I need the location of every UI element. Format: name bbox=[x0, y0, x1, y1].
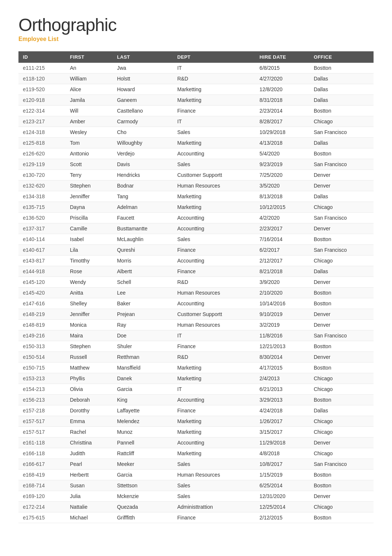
table-cell-hire-date: 2/10/2020 bbox=[255, 288, 309, 298]
table-cell-office: Chicago bbox=[309, 448, 374, 459]
table-row: e135-715DaynaAdelmanMarketting10/12/2015… bbox=[18, 202, 374, 213]
table-cell-last: Munoz bbox=[113, 427, 173, 437]
table-cell-first: Juditth bbox=[66, 448, 113, 459]
table-cell-dept: Accountting bbox=[173, 148, 255, 159]
table-cell-last: Danek bbox=[113, 373, 173, 384]
table-cell-first: Susan bbox=[66, 480, 113, 491]
table-cell-hire-date: 10/12/2015 bbox=[255, 202, 309, 213]
table-cell-last: Garcia bbox=[113, 384, 173, 395]
table-cell-id: e130-720 bbox=[18, 170, 66, 181]
table-cell-hire-date: 8/31/2018 bbox=[255, 95, 309, 106]
table-cell-dept: R&D bbox=[173, 352, 255, 363]
table-header-row: IDFIRSTLASTDEPTHIRE DATEOFFICE bbox=[18, 51, 374, 63]
table-cell-hire-date: 6/2/2017 bbox=[255, 245, 309, 255]
table-cell-first: Christtina bbox=[66, 437, 113, 448]
table-cell-first: Wesley bbox=[66, 127, 113, 138]
table-row: e145-420AnittaLeeHuman Resources2/10/202… bbox=[18, 288, 374, 298]
table-cell-first: Olivia bbox=[66, 384, 113, 395]
table-cell-id: e140-617 bbox=[18, 245, 66, 255]
table-cell-id: e145-120 bbox=[18, 277, 66, 288]
table-cell-office: Bostton bbox=[309, 512, 374, 523]
table-cell-last: Holstt bbox=[113, 73, 173, 84]
table-row: e137-317CamilleBusttamantteAccountting2/… bbox=[18, 223, 374, 234]
table-body: e111-215AnJwaIT6/8/2015Bosttone118-120Wi… bbox=[18, 63, 374, 523]
table-cell-dept: IT bbox=[173, 330, 255, 341]
table-cell-dept: Custtomer Supportt bbox=[173, 309, 255, 320]
table-cell-id: e140-114 bbox=[18, 234, 66, 245]
table-row: e119-520AliceHowardMarketting12/8/2020Da… bbox=[18, 84, 374, 95]
table-cell-hire-date: 7/25/2020 bbox=[255, 170, 309, 181]
table-cell-dept: Finance bbox=[173, 512, 255, 523]
table-cell-first: Russell bbox=[66, 352, 113, 363]
table-cell-office: Chicago bbox=[309, 116, 374, 127]
table-cell-last: Morris bbox=[113, 255, 173, 266]
column-header-last: LAST bbox=[113, 51, 173, 63]
table-cell-id: e118-120 bbox=[18, 73, 66, 84]
table-cell-office: Chicago bbox=[309, 502, 374, 512]
table-row: e149-216MairaDoeIT11/8/2016San Francisco bbox=[18, 330, 374, 341]
table-cell-hire-date: 3/2/2019 bbox=[255, 320, 309, 330]
table-cell-office: Bostton bbox=[309, 395, 374, 405]
table-row: e157-517RachelMunozMarketting3/15/2017Ch… bbox=[18, 427, 374, 437]
table-cell-office: Dallas bbox=[309, 95, 374, 106]
table-cell-last: Retthman bbox=[113, 352, 173, 363]
table-cell-last: Bodnar bbox=[113, 181, 173, 191]
table-cell-first: Sttephen bbox=[66, 181, 113, 191]
table-cell-first: Priscilla bbox=[66, 213, 113, 223]
table-cell-first: Michael bbox=[66, 512, 113, 523]
table-cell-hire-date: 3/15/2017 bbox=[255, 427, 309, 437]
table-row: e147-616ShelleyBakerAccountting10/14/201… bbox=[18, 298, 374, 309]
table-cell-office: Bostton bbox=[309, 148, 374, 159]
table-cell-dept: Human Resources bbox=[173, 181, 255, 191]
table-cell-dept: Marketting bbox=[173, 363, 255, 373]
table-row: e166-617PearlMeekerSales10/8/2017San Fra… bbox=[18, 459, 374, 470]
table-cell-last: Cho bbox=[113, 127, 173, 138]
table-cell-last: Mckenzie bbox=[113, 491, 173, 502]
table-cell-first: Tom bbox=[66, 138, 113, 148]
table-cell-hire-date: 4/13/2018 bbox=[255, 138, 309, 148]
table-cell-last: Prejean bbox=[113, 309, 173, 320]
table-row: e161-118ChristtinaPannellAccountting11/2… bbox=[18, 437, 374, 448]
table-cell-hire-date: 4/27/2020 bbox=[255, 73, 309, 84]
table-cell-dept: IT bbox=[173, 63, 255, 73]
table-cell-first: Anttonio bbox=[66, 148, 113, 159]
table-row: e118-120WilliamHolsttR&D4/27/2020Dallas bbox=[18, 73, 374, 84]
table-cell-last: Melendez bbox=[113, 416, 173, 427]
table-cell-hire-date: 12/8/2020 bbox=[255, 84, 309, 95]
table-cell-last: Jwa bbox=[113, 63, 173, 73]
table-row: e169-120JuliaMckenzieSales12/31/2020Denv… bbox=[18, 491, 374, 502]
table-cell-office: San Francisco bbox=[309, 127, 374, 138]
table-cell-id: e129-119 bbox=[18, 159, 66, 170]
table-cell-hire-date: 2/4/2013 bbox=[255, 373, 309, 384]
table-row: e134-318JennifferTangMarketting8/13/2018… bbox=[18, 191, 374, 202]
table-row: e166-118JuditthRattcliffMarketting4/8/20… bbox=[18, 448, 374, 459]
table-cell-hire-date: 8/21/2018 bbox=[255, 266, 309, 277]
table-cell-first: Shelley bbox=[66, 298, 113, 309]
table-cell-dept: Accountting bbox=[173, 395, 255, 405]
table-cell-office: Denver bbox=[309, 309, 374, 320]
table-row: e175-615MichaelGrifffitthFinance2/12/201… bbox=[18, 512, 374, 523]
table-cell-office: Bostton bbox=[309, 363, 374, 373]
table-cell-last: Meeker bbox=[113, 459, 173, 470]
table-cell-first: William bbox=[66, 73, 113, 84]
table-cell-first: Deborah bbox=[66, 395, 113, 405]
table-cell-last: Ganeem bbox=[113, 95, 173, 106]
table-cell-id: e132-620 bbox=[18, 181, 66, 191]
table-cell-office: Chicago bbox=[309, 373, 374, 384]
table-cell-last: Faucett bbox=[113, 213, 173, 223]
table-cell-hire-date: 3/29/2013 bbox=[255, 395, 309, 405]
employee-table: IDFIRSTLASTDEPTHIRE DATEOFFICE e111-215A… bbox=[18, 51, 374, 523]
table-cell-last: Lee bbox=[113, 288, 173, 298]
table-cell-office: Bostton bbox=[309, 341, 374, 352]
table-cell-office: Bostton bbox=[309, 480, 374, 491]
table-cell-dept: R&D bbox=[173, 73, 255, 84]
table-cell-last: Laffayette bbox=[113, 405, 173, 416]
table-cell-hire-date: 6/8/2015 bbox=[255, 63, 309, 73]
table-cell-last: Hendricks bbox=[113, 170, 173, 181]
table-row: e154-213OliviaGarciaIT6/21/2013Chicago bbox=[18, 384, 374, 395]
table-cell-office: Denver bbox=[309, 277, 374, 288]
table-row: e130-720TerryHendricksCusttomer Supportt… bbox=[18, 170, 374, 181]
table-cell-hire-date: 1/26/2017 bbox=[255, 416, 309, 427]
table-cell-office: Dallas bbox=[309, 138, 374, 148]
table-row: e148-219JennifferPrejeanCusttomer Suppor… bbox=[18, 309, 374, 320]
